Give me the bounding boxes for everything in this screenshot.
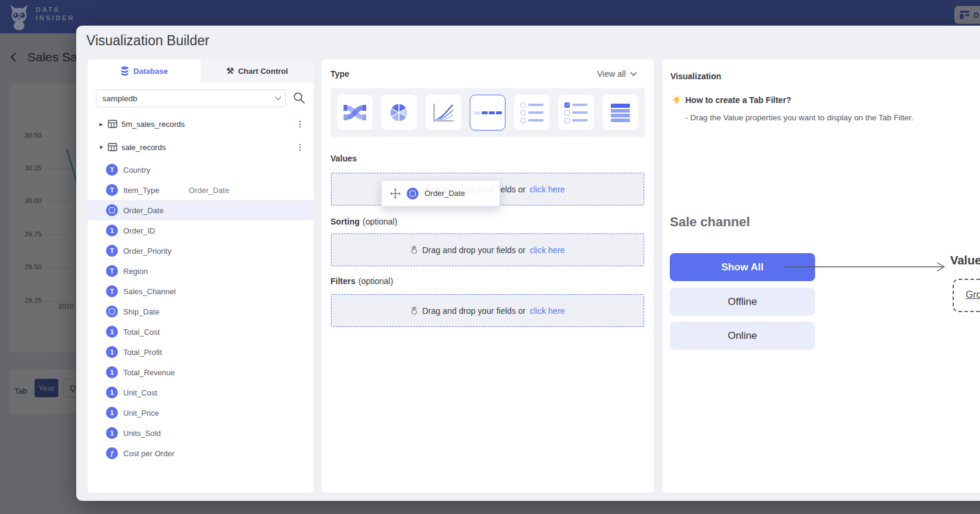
field-row[interactable]: T Country [88, 160, 314, 180]
preview-title: Sale channel [670, 214, 750, 230]
chart-type-sankey[interactable] [337, 95, 373, 130]
preview-button-offline[interactable]: Offline [670, 288, 815, 316]
caret-down-icon[interactable]: ▾ [99, 144, 108, 151]
brand-line1: DATA [36, 6, 75, 13]
field-row[interactable]: 1 Units_Sold [88, 423, 314, 443]
table-name: sale_records [121, 143, 166, 152]
field-row[interactable]: 1 Unit_Price [88, 403, 314, 423]
field-row[interactable]: ƒ Cost per Order [88, 443, 314, 463]
table-row-5m-sales-records[interactable]: ▸ 5m_sales_records ⋮ [88, 114, 314, 134]
field-row[interactable]: 1 Order_ID [88, 220, 314, 241]
field-row[interactable]: T Sales_Channel [88, 281, 314, 301]
number-type-icon: 1 [106, 387, 118, 398]
tab-filter-icon-label: Tab [473, 111, 480, 115]
field-row[interactable]: T Region [88, 261, 314, 281]
field-label: Region [123, 267, 148, 276]
number-type-icon: 1 [106, 427, 118, 439]
app-root: Sales Sa 30.50 30.25 30.00 29.75 29.50 2… [0, 0, 980, 514]
tab-chart-control[interactable]: ⚒ Chart Control [201, 60, 314, 82]
field-label: Units_Sold [123, 429, 161, 438]
chevron-down-icon[interactable] [274, 96, 282, 101]
dashboard-nav-button[interactable]: D [954, 6, 980, 24]
dashboard-icon [960, 11, 969, 19]
field-row[interactable]: 1 Total_Revenue [88, 362, 314, 382]
chart-type-table[interactable] [603, 95, 638, 130]
move-icon [390, 188, 401, 199]
chart-type-radio-list[interactable] [514, 95, 550, 130]
sankey-chart-icon [343, 102, 367, 123]
text-type-icon: T [106, 184, 118, 196]
kebab-menu-icon[interactable]: ⋮ [296, 142, 304, 152]
chart-type-pie[interactable] [381, 95, 417, 130]
click-here-link[interactable]: click here [530, 185, 565, 194]
field-row[interactable]: 1 Total_Profit [88, 342, 314, 362]
field-row[interactable]: T Order_Priority [88, 241, 314, 261]
visualization-header: Visualization [670, 71, 721, 81]
dashboard-button-label: D [973, 11, 979, 20]
field-label: Total_Revenue [123, 368, 175, 377]
chart-type-line[interactable] [426, 95, 461, 130]
view-all-button[interactable]: View all [597, 69, 637, 79]
chart-type-tab-filter[interactable]: Tab [470, 95, 505, 130]
brand: DATA INSIDER [36, 6, 75, 21]
field-label: Order_Date [123, 206, 164, 215]
group-annotation-link[interactable]: Group [966, 289, 980, 300]
tab-database-label: Database [133, 67, 168, 76]
field-row[interactable]: 1 Unit_Cost [88, 382, 314, 403]
pie-chart-icon [388, 102, 410, 123]
dragging-field-chip[interactable]: Order_Date [381, 180, 500, 207]
drag-chip-label: Order_Date [425, 189, 465, 198]
table-icon [108, 120, 117, 128]
number-type-icon: 1 [106, 407, 118, 419]
caret-right-icon[interactable]: ▸ [99, 120, 108, 128]
table-row-sale-records[interactable]: ▾ sale_records ⋮ [88, 137, 314, 157]
number-type-icon: 1 [106, 225, 118, 236]
group-annotation-box: Group [953, 279, 980, 312]
sorting-section-label: Sorting(optional) [330, 217, 397, 226]
field-label: Sales_Channel [123, 287, 176, 296]
date-type-icon [407, 188, 419, 200]
drag-hand-icon [410, 245, 418, 254]
chart-type-strip: Tab ✓ [330, 88, 645, 137]
visualization-builder-modal: Visualization Builder Database ⚒ Chart C… [76, 26, 980, 501]
click-here-link[interactable]: click here [530, 306, 565, 316]
number-type-icon: 1 [106, 346, 118, 358]
drag-hand-icon [410, 306, 418, 315]
owl-logo-icon [7, 4, 31, 31]
tab-database[interactable]: Database [88, 60, 201, 82]
left-panel-tabs: Database ⚒ Chart Control [88, 60, 314, 82]
preview-button-online[interactable]: Online [670, 322, 815, 350]
lightbulb-icon [672, 95, 682, 105]
type-section-label: Type [330, 69, 349, 79]
database-panel: Database ⚒ Chart Control ▸ [88, 60, 314, 493]
optional-suffix: (optional) [363, 217, 397, 226]
checkbox-list-icon: ✓ [564, 102, 588, 123]
number-type-icon: 1 [106, 326, 118, 338]
date-type-icon [106, 306, 118, 317]
field-label: Cost per Order [123, 449, 174, 458]
field-label: Total_Cost [123, 328, 160, 337]
field-row[interactable]: Order_Date [88, 200, 314, 220]
line-chart-icon [432, 102, 455, 123]
filters-label: Filters [330, 276, 355, 286]
date-type-icon [106, 204, 118, 216]
view-all-label: View all [597, 69, 626, 79]
search-icon[interactable] [293, 92, 305, 104]
chart-type-checkbox-list[interactable]: ✓ [558, 95, 594, 130]
visualization-panel: Visualization How to create a Tab Filter… [663, 60, 980, 493]
field-label: Item_Type [123, 186, 160, 195]
sorting-dropzone[interactable]: Drag and drop your fields or click here [331, 233, 644, 266]
table-chart-icon [611, 104, 630, 122]
kebab-menu-icon[interactable]: ⋮ [296, 119, 304, 129]
database-select-input[interactable] [96, 89, 286, 107]
field-label: Country [123, 166, 151, 175]
filters-dropzone[interactable]: Drag and drop your fields or click here [331, 294, 644, 327]
filters-section-label: Filters(optional) [330, 276, 393, 286]
field-row[interactable]: Ship_Date [88, 301, 314, 322]
sorting-label: Sorting [330, 217, 360, 226]
brand-line2: INSIDER [36, 14, 75, 21]
click-here-link[interactable]: click here [530, 245, 565, 255]
annotation-arrow [785, 261, 951, 273]
field-label: Order_Priority [123, 247, 171, 256]
field-row[interactable]: 1 Total_Cost [88, 322, 314, 342]
